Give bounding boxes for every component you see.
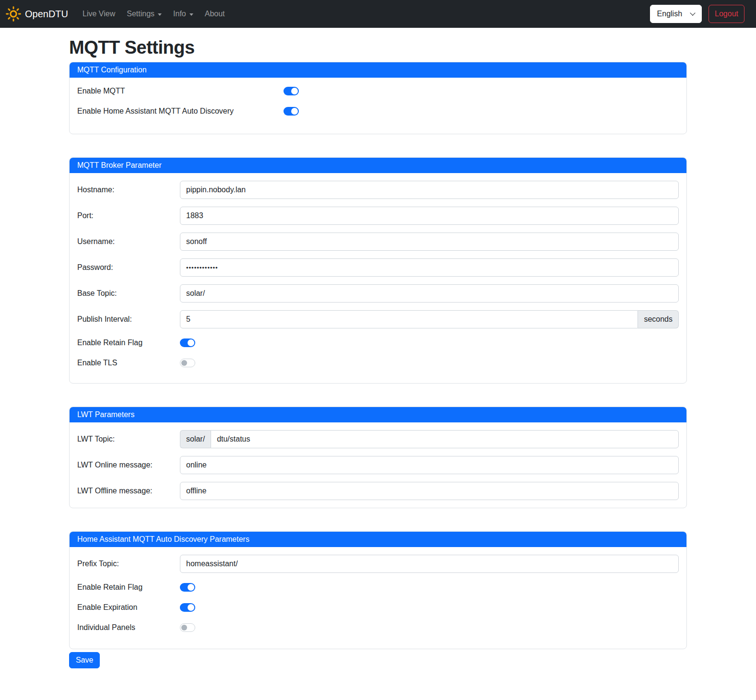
- sun-icon: [6, 6, 21, 22]
- field-label: Publish Interval:: [77, 315, 180, 324]
- password-input[interactable]: [180, 258, 679, 277]
- field-label: Port:: [77, 211, 180, 220]
- nav-item-settings[interactable]: Settings: [123, 6, 165, 22]
- nav-item-about[interactable]: About: [201, 6, 229, 22]
- lwt-topic-prefix: solar/: [180, 430, 211, 448]
- individual-panels-toggle[interactable]: [180, 623, 195, 632]
- field-label: Enable Retain Flag: [77, 583, 180, 592]
- nav-item-live-view[interactable]: Live View: [79, 6, 119, 22]
- field-label: Username:: [77, 237, 180, 246]
- card-lwt-parameters: LWT Parameters LWT Topic: solar/ LWT Onl…: [69, 407, 687, 508]
- field-label: LWT Online message:: [77, 461, 180, 469]
- username-input[interactable]: [180, 233, 679, 251]
- hass-expiration-toggle[interactable]: [180, 603, 195, 612]
- nav-item-label: Info: [173, 10, 186, 18]
- logout-button[interactable]: Logout: [709, 5, 744, 23]
- nav-item-label: About: [205, 10, 225, 18]
- card-header: MQTT Broker Parameter: [70, 158, 686, 173]
- field-label: Password:: [77, 263, 180, 272]
- chevron-down-icon: [189, 13, 193, 16]
- field-label: Hostname:: [77, 186, 180, 194]
- top-navbar: OpenDTU Live View Settings Info About En…: [0, 0, 756, 28]
- field-label: Enable MQTT: [77, 87, 284, 95]
- hass-prefix-topic-input[interactable]: [180, 555, 679, 573]
- save-button[interactable]: Save: [69, 652, 100, 668]
- field-label: LWT Offline message:: [77, 487, 180, 495]
- publish-interval-input[interactable]: [180, 310, 638, 328]
- lwt-offline-input[interactable]: [180, 482, 679, 500]
- hostname-input[interactable]: [180, 181, 679, 199]
- toggle-row-hass-expiration: Enable Expiration: [77, 602, 679, 613]
- field-label: LWT Topic:: [77, 435, 180, 443]
- field-label: Enable Retain Flag: [77, 338, 180, 347]
- field-row-base-topic: Base Topic:: [77, 284, 679, 303]
- card-hass-discovery-parameters: Home Assistant MQTT Auto Discovery Param…: [69, 531, 687, 649]
- card-mqtt-broker-parameter: MQTT Broker Parameter Hostname: Port: Us…: [69, 157, 687, 384]
- lwt-topic-input[interactable]: [211, 430, 679, 448]
- toggle-row-enable-mqtt: Enable MQTT: [77, 85, 679, 97]
- nav-item-label: Settings: [127, 10, 154, 18]
- field-row-publish-interval: Publish Interval: seconds: [77, 310, 679, 328]
- toggle-row-hass-retain: Enable Retain Flag: [77, 582, 679, 593]
- nav-item-label: Live View: [83, 10, 115, 18]
- toggle-row-individual-panels: Individual Panels: [77, 622, 679, 633]
- card-header: MQTT Configuration: [70, 62, 686, 78]
- field-row-username: Username:: [77, 233, 679, 251]
- enable-mqtt-toggle[interactable]: [284, 87, 299, 95]
- chevron-down-icon: [690, 10, 695, 15]
- hass-retain-flag-toggle[interactable]: [180, 583, 195, 592]
- retain-flag-toggle[interactable]: [180, 338, 195, 347]
- field-row-port: Port:: [77, 207, 679, 225]
- toggle-row-enable-tls: Enable TLS: [77, 357, 679, 369]
- field-label: Enable Home Assistant MQTT Auto Discover…: [77, 107, 284, 116]
- brand-logo[interactable]: OpenDTU: [6, 6, 68, 22]
- field-row-lwt-offline: LWT Offline message:: [77, 482, 679, 500]
- chevron-down-icon: [158, 13, 162, 16]
- field-label: Enable TLS: [77, 359, 180, 367]
- field-row-password: Password:: [77, 258, 679, 277]
- field-label: Base Topic:: [77, 289, 180, 298]
- card-header: LWT Parameters: [70, 407, 686, 422]
- enable-hass-discovery-toggle[interactable]: [284, 107, 299, 116]
- brand-name: OpenDTU: [25, 9, 68, 20]
- field-row-lwt-topic: LWT Topic: solar/: [77, 430, 679, 448]
- port-input[interactable]: [180, 207, 679, 225]
- field-row-lwt-online: LWT Online message:: [77, 456, 679, 474]
- language-selected-value: English: [657, 10, 682, 18]
- field-row-prefix-topic: Prefix Topic:: [77, 555, 679, 573]
- field-label: Prefix Topic:: [77, 560, 180, 568]
- page-title: MQTT Settings: [69, 37, 687, 58]
- language-select[interactable]: English: [650, 5, 702, 23]
- field-label: Enable Expiration: [77, 603, 180, 612]
- field-row-hostname: Hostname:: [77, 181, 679, 199]
- card-mqtt-configuration: MQTT Configuration Enable MQTT Enable Ho…: [69, 62, 687, 134]
- nav-item-info[interactable]: Info: [169, 6, 197, 22]
- field-label: Individual Panels: [77, 623, 180, 632]
- lwt-online-input[interactable]: [180, 456, 679, 474]
- card-header: Home Assistant MQTT Auto Discovery Param…: [70, 532, 686, 547]
- toggle-row-enable-hass-discovery: Enable Home Assistant MQTT Auto Discover…: [77, 105, 679, 117]
- tls-toggle[interactable]: [180, 359, 195, 367]
- toggle-row-enable-retain: Enable Retain Flag: [77, 337, 679, 349]
- publish-interval-unit: seconds: [638, 310, 679, 328]
- base-topic-input[interactable]: [180, 284, 679, 303]
- main-content: MQTT Settings MQTT Configuration Enable …: [69, 37, 687, 677]
